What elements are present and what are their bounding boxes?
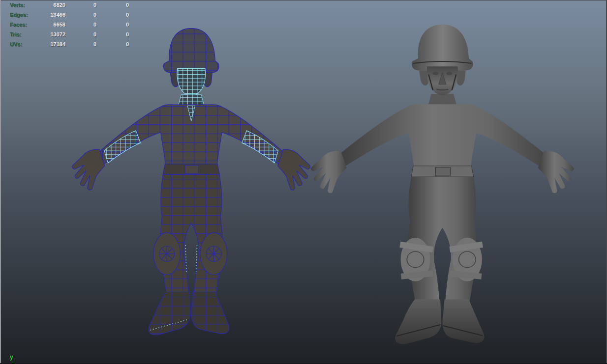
- hud-value: 0: [67, 21, 96, 28]
- shaded-helmet: [412, 25, 473, 70]
- hud-value: 0: [99, 1, 129, 8]
- hud-value: 0: [99, 41, 129, 48]
- shaded-hand-left: [311, 151, 347, 193]
- shaded-hand-right: [538, 151, 574, 193]
- wire-hand-left: [72, 149, 105, 190]
- hud-value: 0: [67, 41, 96, 48]
- shaded-boot-left: [395, 299, 441, 344]
- hud-row: UVs: 17184 0 0: [1, 40, 144, 50]
- hud-value: 0: [99, 11, 129, 18]
- maya-viewport[interactable]: Verts: 6820 0 0 Edges: 13466 0 0 Faces: …: [0, 0, 607, 364]
- wire-belt-buckle: [185, 166, 198, 174]
- hud-label: UVs:: [10, 41, 22, 48]
- hud-value: 13072: [28, 31, 65, 38]
- scene-3d: [0, 0, 607, 364]
- shaded-torso: [340, 104, 545, 167]
- viewport-border-left: [0, 0, 1, 364]
- hud-value: 0: [67, 11, 96, 18]
- axis-y-label: y: [10, 354, 13, 361]
- hud-value: 17184: [28, 41, 65, 48]
- shaded-boot-right: [442, 299, 484, 343]
- wire-hand-right: [278, 149, 310, 190]
- hud-label: Verts:: [10, 1, 25, 8]
- hud-value: 0: [99, 21, 129, 28]
- eye-right: [446, 72, 452, 75]
- shaded-belt-buckle: [435, 168, 450, 176]
- eye-left: [432, 72, 438, 75]
- axis-gizmo: y: [8, 354, 20, 364]
- hud-label: Faces:: [10, 21, 27, 28]
- hud-value: 6820: [28, 1, 65, 8]
- shaded-neck: [428, 94, 456, 105]
- soldier-model-shaded[interactable]: [311, 25, 574, 344]
- wire-face-mesh: [177, 68, 206, 96]
- hud-row: Faces: 6658 0 0: [1, 20, 144, 30]
- wire-helmet-mesh: [164, 28, 219, 72]
- viewport-border-top: [0, 0, 607, 0]
- hud-value: 0: [67, 1, 96, 8]
- heads-up-display: Verts: 6820 0 0 Edges: 13466 0 0 Faces: …: [1, 0, 144, 50]
- wire-neck-mesh: [179, 95, 204, 106]
- hud-value: 0: [99, 31, 129, 38]
- hud-label: Edges:: [10, 11, 28, 18]
- hud-row: Tris: 13072 0 0: [1, 30, 144, 40]
- hud-row: Verts: 6820 0 0: [1, 0, 144, 10]
- hud-value: 6658: [28, 21, 65, 28]
- hud-value: 13466: [28, 11, 65, 18]
- wire-boot-left-mesh: [149, 292, 190, 335]
- hud-label: Tris:: [10, 31, 21, 38]
- hud-row: Edges: 13466 0 0: [1, 10, 144, 20]
- hud-value: 0: [67, 31, 96, 38]
- soldier-model-wireframe[interactable]: [72, 28, 310, 335]
- wire-boot-right-mesh: [191, 292, 229, 334]
